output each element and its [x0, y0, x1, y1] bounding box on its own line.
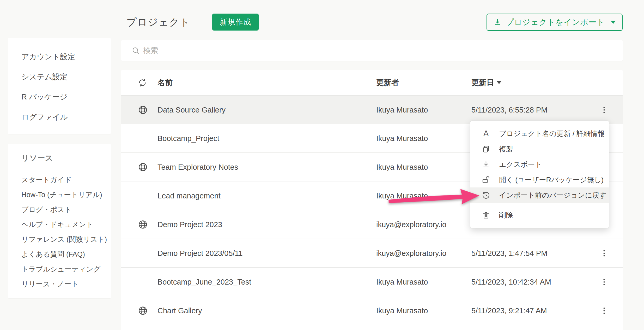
table-row[interactable]: Bootcamp_June_2023_Test Ikuya Murasato 5…	[121, 268, 623, 296]
table-header: 名前 更新者 更新日	[121, 70, 623, 95]
resource-item-faq[interactable]: よくある質問 (FAQ)	[8, 247, 111, 262]
table-row[interactable]: Demo Project 2023/05/11 ikuya@explorator…	[121, 239, 623, 268]
history-icon	[481, 190, 491, 201]
sort-desc-icon	[497, 81, 501, 84]
project-name: Bootcamp_June_2023_Test	[157, 268, 251, 296]
resource-item-how-to[interactable]: How-To (チュートリアル)	[8, 187, 111, 202]
search-bar	[121, 40, 623, 61]
project-name: Team Exploratory Notes	[157, 153, 238, 181]
import-project-button[interactable]: プロジェクトをインポート	[487, 14, 623, 31]
project-name: Bootcamp_Project	[157, 124, 219, 153]
create-new-button[interactable]: 新規作成	[212, 14, 259, 31]
row-menu-button[interactable]	[599, 249, 609, 258]
resource-item-release-notes[interactable]: リリース・ノート	[8, 277, 111, 292]
sidebar-item-log-file[interactable]: ログファイル	[8, 107, 111, 127]
search-input[interactable]	[143, 40, 612, 61]
menu-item-restore-pre-import-version[interactable]: インポート前のバージョンに戻す	[470, 187, 609, 203]
globe-icon	[138, 220, 148, 229]
row-menu-button[interactable]	[599, 306, 609, 315]
menu-item-duplicate[interactable]: 複製	[470, 141, 609, 157]
unlock-icon	[481, 175, 491, 185]
table-row[interactable]: Chart Gallery Ikuya Murasato 5/11/2023, …	[121, 296, 623, 325]
column-header-updated-by[interactable]: 更新者	[376, 70, 399, 95]
updated-by: Ikuya Murasato	[376, 181, 428, 210]
project-name: Demo Project 2023/05/11	[157, 239, 243, 268]
resources-title: リソース	[8, 151, 111, 165]
resource-item-blog-posts[interactable]: ブログ・ポスト	[8, 202, 111, 217]
chevron-down-icon	[611, 21, 616, 24]
search-icon	[132, 46, 140, 55]
menu-item-delete[interactable]: 削除	[470, 207, 609, 223]
updated-by: Ikuya Murasato	[376, 296, 428, 325]
project-name: Lead management	[157, 181, 221, 210]
project-name: Chart Gallery	[157, 296, 202, 325]
updated-by: ikuya@exploratory.io	[376, 239, 446, 268]
row-menu-button[interactable]	[599, 105, 609, 115]
row-context-menu: A プロジェクト名の更新 / 詳細情報 複製 エクスポート	[470, 120, 609, 228]
sidebar-resources-card: リソース スタートガイド How-To (チュートリアル) ブログ・ポスト ヘル…	[8, 144, 111, 298]
download-icon	[493, 18, 502, 26]
row-menu-button[interactable]	[599, 277, 609, 287]
globe-icon	[138, 306, 148, 316]
project-name: Demo Project 2023	[157, 210, 222, 239]
sidebar-item-r-packages[interactable]: R パッケージ	[8, 87, 111, 107]
sidebar-item-account-settings[interactable]: アカウント設定	[8, 47, 111, 67]
duplicate-icon	[481, 144, 491, 154]
trash-icon	[481, 210, 491, 220]
import-project-label: プロジェクトをインポート	[506, 17, 605, 28]
export-icon	[481, 159, 491, 170]
updated-at: 5/11/2023, 9:21:47 AM	[471, 296, 547, 325]
column-header-updated-at[interactable]: 更新日	[471, 70, 501, 95]
updated-by: Ikuya Murasato	[376, 153, 428, 181]
resource-item-start-guide[interactable]: スタートガイド	[8, 173, 111, 187]
page-title: プロジェクト	[126, 16, 190, 29]
rename-icon: A	[481, 128, 491, 139]
updated-by: Ikuya Murasato	[376, 96, 428, 124]
resources-list: スタートガイド How-To (チュートリアル) ブログ・ポスト ヘルプ・ドキュ…	[8, 173, 111, 292]
globe-icon	[138, 162, 148, 172]
updated-at: 5/11/2023, 6:55:28 PM	[471, 96, 547, 124]
sidebar-settings-card: アカウント設定 システム設定 R パッケージ ログファイル	[8, 38, 111, 134]
updated-at: 5/11/2023, 10:42:34 AM	[471, 268, 551, 296]
updated-at: 5/11/2023, 1:47:54 PM	[471, 239, 547, 268]
menu-separator	[470, 205, 609, 205]
menu-item-export[interactable]: エクスポート	[470, 157, 609, 172]
updated-by: ikuya@exploratory.io	[376, 210, 446, 239]
table-row[interactable]: Data Source Gallery Ikuya Murasato 5/11/…	[121, 95, 623, 124]
updated-by: Ikuya Murasato	[376, 124, 428, 153]
project-name: Data Source Gallery	[157, 96, 226, 124]
resource-item-troubleshooting[interactable]: トラブルシューティング	[8, 262, 111, 277]
sidebar-item-system-settings[interactable]: システム設定	[8, 67, 111, 87]
refresh-icon[interactable]	[138, 78, 147, 87]
resource-item-reference[interactable]: リファレンス (関数リスト)	[8, 232, 111, 247]
column-header-name[interactable]: 名前	[157, 70, 173, 95]
projects-page: プロジェクト 新規作成 プロジェクトをインポート アカウント設定 システム設定 …	[0, 0, 644, 330]
updated-by: Ikuya Murasato	[376, 268, 428, 296]
menu-item-rename[interactable]: A プロジェクト名の更新 / 詳細情報	[470, 126, 609, 141]
menu-item-open-without-r-packages[interactable]: 開く (ユーザーRパッケージ無し)	[470, 172, 609, 187]
resource-item-help-docs[interactable]: ヘルプ・ドキュメント	[8, 217, 111, 232]
globe-icon	[138, 105, 148, 115]
